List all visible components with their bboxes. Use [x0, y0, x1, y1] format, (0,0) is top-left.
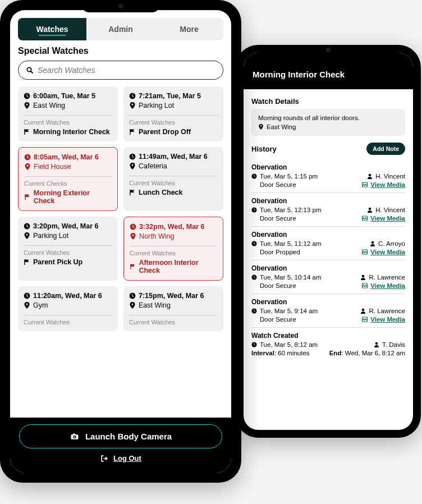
pin-icon — [129, 163, 136, 169]
media-icon — [362, 249, 368, 255]
launch-camera-button[interactable]: Launch Body Camera — [19, 424, 222, 448]
detail-header: Morning Interior Check — [244, 53, 413, 89]
tab-watches[interactable]: Watches — [18, 18, 86, 40]
pin-icon — [24, 102, 30, 109]
entry-title: Obervation — [251, 231, 405, 239]
details-description: Morning rounds of all interior doors. — [258, 114, 398, 121]
phone-detail-frame: Morning Interior Check Watch Details Mor… — [236, 45, 421, 438]
tab-bar: Watches Admin More — [18, 18, 223, 40]
logout-label: Log Out — [113, 454, 141, 462]
pin-icon — [24, 163, 31, 170]
card-name: Morning Interior Check — [33, 128, 110, 136]
clock-icon — [129, 93, 136, 99]
clock-icon — [129, 153, 136, 160]
entry-by: H. Vincent — [375, 173, 405, 180]
card-time: 11:20am, Wed, Mar 6 — [33, 292, 102, 300]
clock-icon — [130, 223, 136, 230]
card-name: Afternoon Interior Check — [139, 259, 217, 274]
card-place: East Wing — [33, 102, 65, 109]
entry-status: Door Secure — [260, 282, 296, 289]
card-time: 7:15pm, Wed, Mar 6 — [139, 292, 204, 300]
card-time: 3:32pm, Wed, Mar 6 — [139, 223, 204, 231]
entry-title: Watch Created — [251, 332, 405, 340]
card-place: Parking Lot — [139, 102, 174, 109]
card-place: East Wing — [139, 301, 171, 309]
pin-icon — [24, 302, 30, 309]
view-media-link[interactable]: View Media — [370, 181, 405, 188]
watch-card[interactable]: 7:15pm, Wed, Mar 6East WingCurrent Watch… — [123, 286, 223, 331]
watch-card[interactable]: 11:20am, Wed, Mar 6GymCurrent Watches — [18, 286, 118, 331]
view-media-link[interactable]: View Media — [370, 215, 405, 222]
history-entry: ObervationTue, Mar 5, 10:14 amR. Lawrenc… — [251, 260, 405, 294]
person-icon — [360, 308, 366, 314]
card-place: Parking Lot — [33, 232, 68, 240]
search-input[interactable] — [38, 66, 215, 75]
watch-card[interactable]: 3:20pm, Wed, Mar 6Parking LotCurrent Wat… — [18, 217, 118, 281]
view-media-link[interactable]: View Media — [370, 316, 405, 323]
history-entry: ObervationTue, Mar 5, 1:15 pmH. VincentD… — [251, 159, 405, 193]
view-media-link[interactable]: View Media — [370, 282, 405, 289]
entry-title: Obervation — [251, 264, 405, 272]
media-icon — [362, 317, 368, 322]
person-icon — [370, 241, 375, 246]
pin-icon — [130, 233, 136, 240]
card-label: Current Watches — [129, 180, 218, 186]
card-label: Current Watches — [24, 249, 112, 256]
entry-time: Tue, Mar 5, 11:12 am — [260, 240, 322, 247]
search-box[interactable] — [18, 61, 223, 80]
card-label: Current Watches — [24, 119, 112, 126]
logout-icon — [100, 455, 109, 462]
watch-card[interactable]: 3:32pm, Wed, Mar 6North WingCurrent Watc… — [123, 217, 223, 281]
card-time: 6:00am, Tue, Mar 5 — [33, 92, 95, 100]
entry-status: Door Secure — [260, 181, 296, 188]
pin-icon — [258, 124, 264, 130]
view-media-link[interactable]: View Media — [370, 249, 405, 255]
card-time: 3:20pm, Wed, Mar 6 — [33, 222, 98, 230]
clock-icon — [251, 274, 257, 280]
add-note-button[interactable]: Add Note — [366, 143, 405, 155]
entry-title: Obervation — [251, 298, 405, 306]
clock-icon — [251, 241, 257, 246]
card-place: Cafeteria — [139, 162, 167, 170]
flag-icon — [24, 259, 30, 265]
watch-card[interactable]: 6:00am, Tue, Mar 5East WingCurrent Watch… — [18, 86, 118, 141]
tab-admin[interactable]: Admin — [86, 18, 155, 40]
entry-by: R. Lawrence — [369, 308, 405, 314]
entry-time: Tue, Mar 5, 12:13 pm — [260, 207, 322, 213]
card-place: Gym — [33, 301, 48, 309]
card-label: Current Watches — [24, 319, 112, 326]
entry-title: Obervation — [251, 163, 405, 171]
entry-time: Tue, Mar 5, 9:14 am — [260, 308, 318, 314]
card-name: Parent Drop Off — [139, 128, 191, 136]
clock-icon — [251, 207, 257, 213]
media-icon — [362, 216, 368, 221]
entry-by: H. Vincent — [375, 207, 405, 213]
tab-more[interactable]: More — [155, 18, 223, 40]
watch-card[interactable]: 8:05am, Wed, Mar 6Field HouseCurrent Che… — [18, 147, 118, 211]
clock-icon — [251, 308, 257, 314]
card-time: 7:21am, Tue, Mar 5 — [139, 92, 201, 100]
person-icon — [367, 173, 373, 179]
watch-card[interactable]: 11:49am, Wed, Mar 6CafeteriaCurrent Watc… — [123, 147, 223, 211]
flag-icon — [130, 263, 136, 270]
clock-icon — [24, 93, 30, 99]
person-icon — [367, 207, 373, 213]
watch-details-heading: Watch Details — [251, 97, 405, 106]
history-entry: ObervationTue, Mar 5, 12:13 pmH. Vincent… — [251, 193, 405, 227]
clock-icon — [24, 154, 31, 161]
entry-status: Door Propped — [260, 249, 300, 255]
flag-icon — [129, 129, 136, 135]
card-label: Current Watches — [129, 119, 218, 126]
entry-status: Door Secure — [260, 215, 296, 222]
person-icon — [374, 342, 379, 347]
logout-button[interactable]: Log Out — [19, 454, 222, 462]
clock-icon — [129, 292, 136, 299]
history-entry: ObervationTue, Mar 5, 11:12 amC. ArroyoD… — [251, 227, 405, 260]
history-entry: ObervationTue, Mar 5, 9:14 amR. Lawrence… — [251, 294, 405, 328]
details-location: East Wing — [267, 123, 296, 130]
section-title: Special Watches — [18, 46, 223, 56]
card-name: Lunch Check — [139, 189, 183, 196]
media-icon — [362, 182, 368, 187]
camera-icon — [70, 433, 80, 441]
watch-card[interactable]: 7:21am, Tue, Mar 5Parking LotCurrent Wat… — [123, 86, 223, 141]
